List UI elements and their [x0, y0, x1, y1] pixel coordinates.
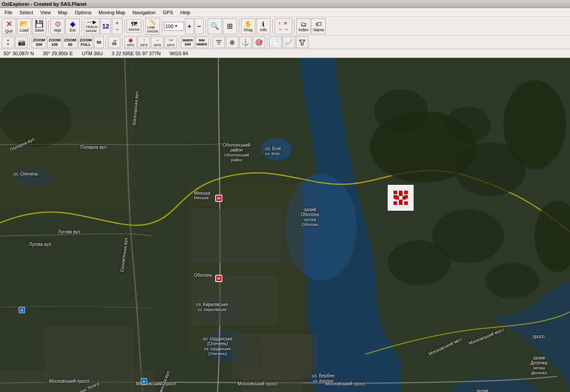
- menu-moving-map[interactable]: Moving Map: [95, 9, 129, 16]
- svg-point-27: [374, 89, 428, 134]
- track-counter-button[interactable]: 12: [100, 18, 111, 34]
- menu-select[interactable]: Select: [16, 9, 37, 16]
- name-button[interactable]: 🏷 Name: [312, 18, 326, 34]
- remove-icon: −: [116, 26, 119, 33]
- save-button[interactable]: 💾 Save: [32, 18, 46, 34]
- quit-button[interactable]: ✕ Quit: [2, 18, 16, 34]
- zoom100-label: ZOOM: [49, 38, 61, 42]
- line-show-button[interactable]: 📏 LINESHOW: [145, 18, 160, 35]
- gps-arrow-label: GPS: [154, 43, 161, 47]
- zoom50-label: ZOOM: [64, 38, 76, 42]
- sep5: [162, 20, 162, 33]
- pan-button[interactable]: ⊞: [223, 18, 237, 34]
- gps-marker: [388, 185, 414, 211]
- print-icon: 🖨: [111, 39, 117, 46]
- save-label: Save: [35, 28, 44, 33]
- track-show-button[interactable]: 〰 ▶ TRACKSHOW: [84, 18, 99, 34]
- wpt-button[interactable]: ⊙ Wpt: [50, 18, 65, 34]
- load-button[interactable]: 📂 Load: [17, 18, 31, 34]
- menu-options[interactable]: Options: [71, 9, 95, 16]
- route-icon: 🗺: [131, 20, 137, 28]
- zoom-number-button[interactable]: 50: [94, 37, 104, 48]
- sep-t2-4: [179, 37, 179, 47]
- svg-rect-42: [399, 200, 402, 203]
- wpt-label: Wpt: [54, 28, 61, 33]
- index-button[interactable]: 🗂 Index: [296, 18, 311, 34]
- zoom-out-button[interactable]: −: [195, 18, 204, 34]
- svg-rect-17: [192, 276, 276, 325]
- menu-gps[interactable]: GPS: [159, 9, 176, 16]
- move-map-button[interactable]: [2, 37, 14, 48]
- gps-red-icon: ◉: [128, 37, 133, 43]
- page-view-button[interactable]: 📄: [269, 37, 282, 48]
- search-zoom-button[interactable]: 🔍: [208, 18, 222, 34]
- sep1: [48, 20, 49, 33]
- menu-navigation[interactable]: Navigation: [129, 9, 159, 16]
- sep9: [294, 20, 295, 33]
- snapshot-button[interactable]: 📸: [15, 37, 28, 48]
- route-show-button[interactable]: 🗺 SHOW: [127, 19, 141, 33]
- dropdown-arrow-icon: ▼: [174, 24, 178, 28]
- svg-rect-38: [394, 201, 397, 205]
- gps3-button[interactable]: ⇒ GPS: [164, 37, 177, 48]
- map-container[interactable]: Полярна вул. Полярна вул. Оболонськийрай…: [0, 58, 570, 392]
- chart-icon: 📈: [285, 39, 292, 46]
- zoom50-value: 50: [68, 42, 72, 47]
- mm-nmer-button[interactable]: MMNMER: [195, 37, 209, 48]
- title-text: OziExplorer - Created by SAS.Planet: [2, 1, 86, 7]
- sep7: [239, 20, 239, 33]
- sep-t2-2: [106, 37, 106, 47]
- toolbar2: 📸 ZOOM 200 ZOOM 100 ZOOM 50 ZOOM FULL 50…: [0, 36, 570, 49]
- drag-button[interactable]: ✋ Drag: [241, 18, 255, 34]
- info-button[interactable]: ℹ Info: [256, 18, 271, 34]
- circle-button[interactable]: ⊕: [226, 37, 238, 48]
- zoom-in-button[interactable]: +: [185, 18, 194, 34]
- line-icon: 📏: [149, 19, 156, 25]
- svg-rect-20: [0, 370, 80, 392]
- anchor-icon: ⚓: [242, 39, 249, 46]
- toolbar1: ✕ Quit 📂 Load 💾 Save ⊙ Wpt ◆ Evt 〰 ▶ TRA…: [0, 17, 570, 36]
- anchor-button[interactable]: ⚓: [239, 37, 252, 48]
- datum: WGS 84: [170, 51, 189, 56]
- load-label: Load: [20, 28, 29, 33]
- menu-help[interactable]: Help: [176, 9, 194, 16]
- info-label: Info: [260, 28, 267, 32]
- sep3: [124, 20, 125, 33]
- zoom100-value: 100: [51, 42, 58, 47]
- gps-symbol-svg: [392, 189, 410, 207]
- menu-view[interactable]: View: [37, 9, 54, 16]
- zoom50-button[interactable]: ZOOM 50: [63, 37, 78, 48]
- zoom-full-value: FULL: [81, 42, 91, 47]
- target-button[interactable]: 🎯: [253, 37, 265, 48]
- svg-point-28: [0, 94, 71, 147]
- zoom200-button[interactable]: ZOOM 200: [32, 37, 46, 48]
- funnel-button[interactable]: [296, 37, 308, 48]
- sep-t2-3: [122, 37, 123, 47]
- index-icon: 🗂: [300, 20, 307, 28]
- zoom-full-button[interactable]: ZOOM FULL: [78, 37, 93, 48]
- add-remove-button[interactable]: + −: [112, 18, 123, 34]
- route-show-label: SHOW: [128, 28, 139, 32]
- evt-button[interactable]: ◆ Evt: [66, 18, 80, 34]
- svg-rect-22: [241, 370, 303, 392]
- zoom100-button[interactable]: ZOOM 100: [47, 37, 62, 48]
- gps-up-button[interactable]: ↑ GPS: [138, 37, 150, 48]
- gps-red-button[interactable]: ◉ GPS: [124, 37, 137, 48]
- gps-arrow-button[interactable]: → GPS: [151, 37, 164, 48]
- load-icon: 📂: [20, 20, 29, 28]
- chart-button[interactable]: 📈: [283, 37, 295, 48]
- filter-button[interactable]: [213, 37, 225, 48]
- name-icon: 🏷: [316, 20, 322, 28]
- menu-file[interactable]: File: [1, 9, 16, 16]
- svg-point-30: [432, 209, 504, 263]
- snapshot-icon: 📸: [18, 39, 25, 46]
- print-button[interactable]: 🖨: [108, 37, 120, 48]
- svg-point-10: [308, 369, 352, 388]
- nmer-sim-label: NMERSIM: [182, 38, 193, 46]
- info-icon: ℹ: [262, 20, 264, 28]
- menu-map[interactable]: Map: [54, 9, 71, 16]
- zoom-dropdown[interactable]: 100 ▼: [164, 22, 184, 31]
- nmer-sim-button[interactable]: NMERSIM: [181, 37, 194, 48]
- nav-arrows-button[interactable]: ↑✕ ←→: [275, 18, 292, 34]
- gps3-icon: ⇒: [168, 37, 173, 43]
